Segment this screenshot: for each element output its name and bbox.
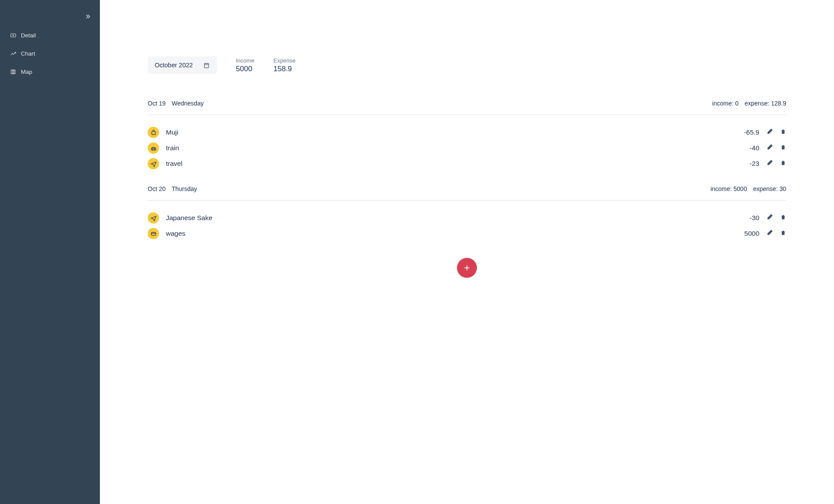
- sidebar-item-label: Chart: [21, 50, 35, 57]
- edit-button[interactable]: [766, 214, 773, 222]
- day-header-left: Oct 20Thursday: [148, 185, 197, 192]
- card-icon: [148, 228, 159, 239]
- plane-icon: [148, 212, 159, 224]
- add-record-button[interactable]: [457, 258, 477, 278]
- record-actions: [766, 159, 786, 168]
- day-totals: income: 0expense: 128.9: [712, 100, 786, 107]
- month-label: October 2022: [155, 62, 193, 69]
- svg-rect-5: [204, 63, 208, 68]
- record-actions: [766, 214, 786, 222]
- edit-button[interactable]: [766, 144, 773, 152]
- edit-button[interactable]: [766, 159, 773, 168]
- summary-header: October 2022 Income 5000 Expense 158.9: [148, 56, 786, 74]
- record-actions: [766, 144, 786, 152]
- record-title: train: [166, 144, 750, 152]
- day-weekday: Wednesday: [172, 100, 204, 107]
- expense-stat: Expense 158.9: [274, 57, 296, 73]
- sidebar-item-label: Map: [21, 69, 32, 75]
- sidebar: Detail Chart Map: [0, 0, 100, 504]
- day-expense: expense: 30: [753, 185, 786, 192]
- record-title: wages: [166, 230, 745, 237]
- day-header: Oct 19Wednesdayincome: 0expense: 128.9: [148, 100, 786, 115]
- record-row: Muji-65.9: [148, 125, 786, 140]
- sidebar-item-label: Detail: [21, 32, 36, 39]
- day-expense: expense: 128.9: [745, 100, 786, 107]
- day-group: Oct 19Wednesdayincome: 0expense: 128.9Mu…: [148, 100, 786, 171]
- svg-rect-13: [151, 232, 156, 235]
- sidebar-item-map[interactable]: Map: [0, 63, 100, 81]
- record-amount: 5000: [745, 230, 759, 237]
- record-title: Japanese Sake: [166, 214, 750, 222]
- edit-button[interactable]: [766, 128, 773, 137]
- record-amount: -65.9: [744, 128, 759, 136]
- record-row: wages5000: [148, 226, 786, 241]
- map-icon: [10, 68, 17, 75]
- day-income: income: 5000: [711, 185, 747, 192]
- day-weekday: Thursday: [172, 185, 197, 192]
- record-title: travel: [166, 160, 750, 168]
- delete-button[interactable]: [780, 128, 786, 137]
- sidebar-item-chart[interactable]: Chart: [0, 44, 100, 63]
- main: October 2022 Income 5000 Expense 158.9 O…: [100, 0, 834, 504]
- svg-point-1: [13, 35, 14, 36]
- bag-icon: [148, 127, 159, 138]
- car-icon: [148, 142, 159, 154]
- calendar-icon: [203, 62, 210, 69]
- record-row: train-40: [148, 140, 786, 156]
- delete-button[interactable]: [780, 229, 786, 238]
- delete-button[interactable]: [780, 144, 786, 152]
- income-stat: Income 5000: [236, 57, 255, 73]
- day-totals: income: 5000expense: 30: [711, 185, 786, 192]
- chevrons-right-icon: [84, 13, 91, 20]
- record-amount: -23: [750, 160, 759, 168]
- money-icon: [10, 32, 17, 39]
- delete-button[interactable]: [780, 159, 786, 168]
- record-title: Muji: [166, 128, 744, 136]
- income-value: 5000: [236, 65, 255, 73]
- record-actions: [766, 128, 786, 137]
- expense-label: Expense: [274, 57, 296, 64]
- edit-button[interactable]: [766, 229, 773, 238]
- record-actions: [766, 229, 786, 238]
- content: October 2022 Income 5000 Expense 158.9 O…: [148, 0, 786, 304]
- income-label: Income: [236, 57, 255, 64]
- record-row: Japanese Sake-30: [148, 210, 786, 226]
- day-date: Oct 20: [148, 185, 165, 192]
- plus-icon: [463, 264, 471, 272]
- chart-icon: [10, 50, 17, 57]
- month-picker[interactable]: October 2022: [148, 56, 217, 74]
- sidebar-collapse-button[interactable]: [0, 5, 100, 24]
- day-header: Oct 20Thursdayincome: 5000expense: 30: [148, 185, 786, 201]
- svg-rect-4: [13, 70, 15, 74]
- record-row: travel-23: [148, 156, 786, 171]
- svg-rect-9: [152, 132, 156, 135]
- expense-value: 158.9: [274, 65, 296, 73]
- day-group: Oct 20Thursdayincome: 5000expense: 30Jap…: [148, 185, 786, 241]
- delete-button[interactable]: [780, 214, 786, 222]
- days-list: Oct 19Wednesdayincome: 0expense: 128.9Mu…: [148, 100, 786, 241]
- day-date: Oct 19: [148, 100, 165, 107]
- plane-icon: [148, 158, 159, 169]
- sidebar-item-detail[interactable]: Detail: [0, 26, 100, 44]
- record-amount: -30: [750, 214, 759, 222]
- day-header-left: Oct 19Wednesday: [148, 100, 204, 107]
- record-amount: -40: [750, 144, 759, 152]
- day-income: income: 0: [712, 100, 739, 107]
- sidebar-nav: Detail Chart Map: [0, 24, 100, 82]
- svg-rect-0: [10, 33, 15, 37]
